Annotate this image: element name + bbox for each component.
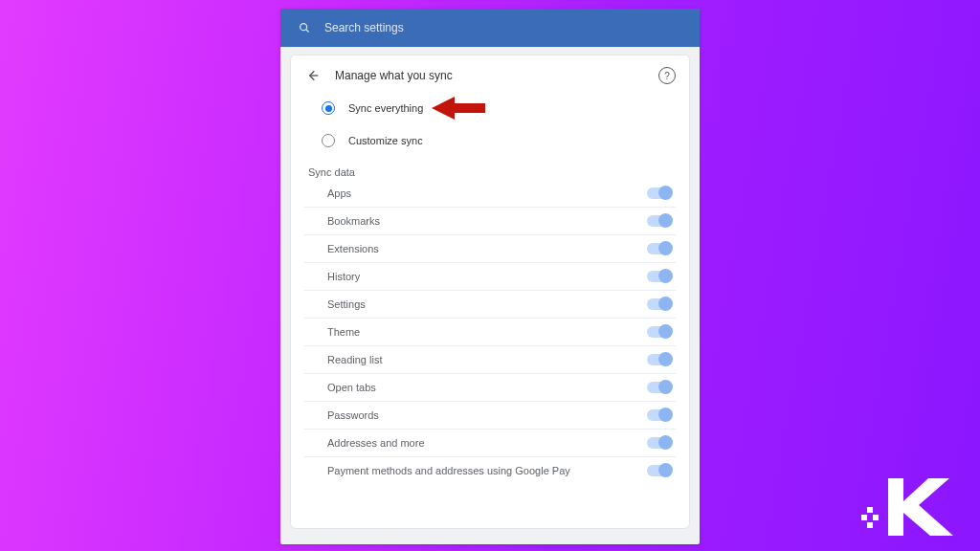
settings-window: Manage what you sync ? Sync everything C… xyxy=(280,9,700,544)
sync-item-label: Reading list xyxy=(327,354,382,365)
content-wrap: Manage what you sync ? Sync everything C… xyxy=(280,47,700,544)
svg-rect-4 xyxy=(867,507,873,513)
sync-item: Open tabs xyxy=(304,374,676,402)
sync-item-label: Settings xyxy=(327,298,366,310)
section-label: Sync data xyxy=(308,166,676,178)
panel-header: Manage what you sync ? xyxy=(304,67,676,84)
sync-item-label: Passwords xyxy=(327,409,379,421)
sync-item-toggle[interactable] xyxy=(647,465,672,476)
radio-sync-everything[interactable] xyxy=(322,101,335,115)
sync-item: Addresses and more xyxy=(304,430,676,457)
sync-item: Apps xyxy=(304,180,676,208)
search-bar[interactable] xyxy=(280,9,700,47)
sync-item-toggle[interactable] xyxy=(647,437,672,449)
sync-item-toggle[interactable] xyxy=(647,354,672,365)
sync-item-label: Apps xyxy=(327,187,351,199)
sync-item-label: Addresses and more xyxy=(327,437,425,449)
callout-arrow-icon xyxy=(432,94,489,124)
sync-item-toggle[interactable] xyxy=(647,382,672,393)
option-label: Customize sync xyxy=(348,135,423,146)
panel-title: Manage what you sync xyxy=(335,69,453,82)
sync-item: Bookmarks xyxy=(304,208,676,235)
svg-rect-6 xyxy=(873,515,879,520)
back-arrow-icon[interactable] xyxy=(304,67,322,84)
svg-marker-3 xyxy=(432,97,485,120)
sync-item-toggle[interactable] xyxy=(647,298,672,310)
svg-rect-5 xyxy=(861,515,867,520)
option-sync-everything[interactable]: Sync everything xyxy=(322,101,676,115)
option-label: Sync everything xyxy=(348,102,423,114)
sync-item-toggle[interactable] xyxy=(647,271,672,282)
option-customize-sync[interactable]: Customize sync xyxy=(322,134,676,147)
sync-item-toggle[interactable] xyxy=(647,409,672,421)
sync-item: Theme xyxy=(304,319,676,346)
sync-panel: Manage what you sync ? Sync everything C… xyxy=(290,55,690,529)
sync-item-toggle[interactable] xyxy=(647,215,672,227)
sync-item-label: Extensions xyxy=(327,243,379,254)
radio-customize-sync[interactable] xyxy=(322,134,335,147)
svg-rect-7 xyxy=(867,522,873,528)
sync-item: Settings xyxy=(304,291,676,319)
search-input[interactable] xyxy=(324,21,682,34)
sync-item-label: Open tabs xyxy=(327,382,376,393)
sync-item-label: Bookmarks xyxy=(327,215,380,227)
sync-item: History xyxy=(304,263,676,291)
sync-item: Passwords xyxy=(304,402,676,430)
svg-point-0 xyxy=(301,24,307,31)
watermark-logo-icon xyxy=(861,467,957,545)
search-icon xyxy=(298,21,311,34)
sync-data-list: AppsBookmarksExtensionsHistorySettingsTh… xyxy=(304,180,676,484)
sync-item-label: History xyxy=(327,271,360,282)
svg-line-1 xyxy=(306,30,309,33)
sync-item-toggle[interactable] xyxy=(647,187,672,199)
sync-item-label: Theme xyxy=(327,326,360,338)
sync-item: Payment methods and addresses using Goog… xyxy=(304,457,676,484)
sync-item: Extensions xyxy=(304,235,676,263)
sync-item: Reading list xyxy=(304,346,676,374)
help-icon[interactable]: ? xyxy=(658,67,676,84)
sync-item-label: Payment methods and addresses using Goog… xyxy=(327,465,570,476)
sync-item-toggle[interactable] xyxy=(647,326,672,338)
sync-item-toggle[interactable] xyxy=(647,243,672,254)
